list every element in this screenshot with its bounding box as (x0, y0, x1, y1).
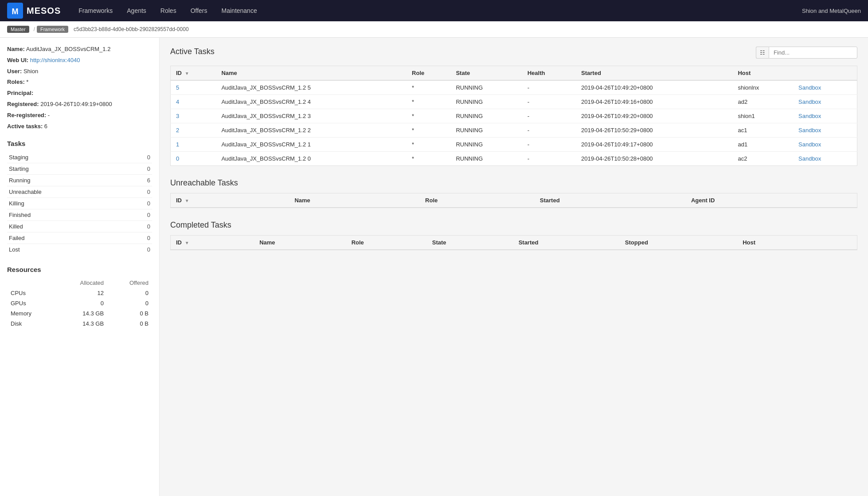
ucol-role: Role (420, 193, 535, 208)
ccol-role: Role (346, 236, 427, 250)
task-count: 0 (147, 165, 150, 172)
task-id[interactable]: 0 (171, 152, 216, 166)
task-state: RUNNING (450, 123, 522, 138)
task-health: - (522, 95, 576, 109)
task-id[interactable]: 2 (171, 123, 216, 138)
filter-bar: ☷ (756, 47, 857, 59)
active-tasks-section: Active Tasks ☷ ID ▼ Name Role State Heal… (170, 47, 857, 166)
task-sandbox[interactable]: Sandbox (793, 95, 857, 109)
task-label: Finished (9, 212, 31, 218)
mesos-logo: M (7, 3, 23, 19)
navbar-brand: M MESOS (7, 3, 61, 19)
task-row: Staging0 (7, 152, 152, 163)
filter-icon[interactable]: ☷ (756, 47, 769, 59)
task-row: Unreachable0 (7, 186, 152, 198)
nav-frameworks[interactable]: Frameworks (71, 0, 120, 21)
task-row: Starting0 (7, 163, 152, 175)
framework-name: Name: AuditJava_JX_BOSSvsCRM_1.2 (7, 45, 152, 54)
breadcrumb-framework-label[interactable]: Framework (37, 26, 68, 33)
task-started: 2019-04-26T10:49:17+0800 (576, 138, 732, 152)
task-started: 2019-04-26T10:50:29+0800 (576, 123, 732, 138)
framework-webui: Web UI: http://shionlnx:4040 (7, 56, 152, 65)
task-label: Starting (9, 165, 29, 172)
col-id: ID ▼ (171, 66, 216, 81)
task-state: RUNNING (450, 138, 522, 152)
task-row: Killing0 (7, 198, 152, 209)
ucol-agentid: Agent ID (686, 193, 857, 208)
nav-roles[interactable]: Roles (153, 0, 184, 21)
task-sandbox[interactable]: Sandbox (793, 80, 857, 95)
resources-section: Resources Allocated Offered CPUs120GPUs0… (7, 266, 152, 329)
task-id[interactable]: 1 (171, 138, 216, 152)
task-host: ad1 (732, 138, 793, 152)
task-state: RUNNING (450, 109, 522, 123)
task-name: AuditJava_JX_BOSSvsCRM_1.2 4 (216, 95, 407, 109)
sidebar: Name: AuditJava_JX_BOSSvsCRM_1.2 Web UI:… (0, 38, 160, 496)
ccol-host: Host (737, 236, 819, 250)
navbar: M MESOS Frameworks Agents Roles Offers M… (0, 0, 868, 21)
task-host: shionlnx (732, 80, 793, 95)
tasks-section: Tasks Staging0Starting0Running6Unreachab… (7, 140, 152, 255)
navbar-nav: Frameworks Agents Roles Offers Maintenan… (71, 0, 802, 21)
active-tasks-value: 6 (44, 123, 47, 130)
unreachable-tasks-section: Unreachable Tasks ID ▼ Name Role Started… (170, 178, 857, 208)
registered-value: 2019-04-26T10:49:19+0800 (40, 101, 112, 107)
resources-title: Resources (7, 266, 152, 273)
framework-principal: Principal: (7, 89, 152, 98)
resource-offered: 0 B (107, 319, 152, 329)
task-health: - (522, 152, 576, 166)
task-health: - (522, 123, 576, 138)
completed-tasks-title: Completed Tasks (170, 220, 857, 230)
task-name: AuditJava_JX_BOSSvsCRM_1.2 2 (216, 123, 407, 138)
col-role: Role (407, 66, 450, 81)
breadcrumb: Master / Framework c5d3bb23-b88d-4d0e-b0… (0, 21, 868, 38)
active-tasks-header-row: ID ▼ Name Role State Health Started Host (171, 66, 857, 81)
unreachable-tasks-header-row: ID ▼ Name Role Started Agent ID (171, 193, 857, 208)
nav-agents[interactable]: Agents (120, 0, 153, 21)
filter-input[interactable] (769, 47, 857, 59)
task-sandbox[interactable]: Sandbox (793, 109, 857, 123)
task-name: AuditJava_JX_BOSSvsCRM_1.2 1 (216, 138, 407, 152)
nav-offers[interactable]: Offers (184, 0, 215, 21)
task-state: RUNNING (450, 152, 522, 166)
active-tasks-title: Active Tasks (170, 47, 215, 56)
task-id[interactable]: 5 (171, 80, 216, 95)
task-started: 2019-04-26T10:49:20+0800 (576, 109, 732, 123)
reregistered-value: - (48, 112, 50, 118)
task-started: 2019-04-26T10:50:28+0800 (576, 152, 732, 166)
col-name: Name (216, 66, 407, 81)
resource-offered: 0 B (107, 308, 152, 319)
task-name: AuditJava_JX_BOSSvsCRM_1.2 3 (216, 109, 407, 123)
active-tasks-table: ID ▼ Name Role State Health Started Host… (170, 66, 857, 166)
app-title: MESOS (27, 6, 61, 16)
task-label: Killed (9, 223, 23, 230)
task-sandbox[interactable]: Sandbox (793, 123, 857, 138)
breadcrumb-master[interactable]: Master (7, 26, 29, 33)
resources-col-label (7, 278, 55, 288)
task-sandbox[interactable]: Sandbox (793, 138, 857, 152)
task-host: ac1 (732, 123, 793, 138)
table-row: 0 AuditJava_JX_BOSSvsCRM_1.2 0 * RUNNING… (171, 152, 857, 166)
table-row: 2 AuditJava_JX_BOSSvsCRM_1.2 2 * RUNNING… (171, 123, 857, 138)
task-role: * (407, 109, 450, 123)
resource-label: CPUs (7, 288, 55, 298)
task-id[interactable]: 3 (171, 109, 216, 123)
task-role: * (407, 123, 450, 138)
resource-offered: 0 (107, 298, 152, 308)
resource-label: Memory (7, 308, 55, 319)
task-role: * (407, 152, 450, 166)
active-tasks-tbody: 5 AuditJava_JX_BOSSvsCRM_1.2 5 * RUNNING… (171, 80, 857, 166)
active-tasks-header: Active Tasks ☷ (170, 47, 857, 62)
resource-label: Disk (7, 319, 55, 329)
table-row: 4 AuditJava_JX_BOSSvsCRM_1.2 4 * RUNNING… (171, 95, 857, 109)
framework-info: Name: AuditJava_JX_BOSSvsCRM_1.2 Web UI:… (7, 45, 152, 131)
framework-roles: Roles: * (7, 78, 152, 87)
nav-maintenance[interactable]: Maintenance (215, 0, 264, 21)
task-sandbox[interactable]: Sandbox (793, 152, 857, 166)
resources-col-allocated: Allocated (55, 278, 107, 288)
webui-link[interactable]: http://shionlnx:4040 (30, 57, 80, 63)
task-label: Killing (9, 200, 24, 207)
task-id[interactable]: 4 (171, 95, 216, 109)
framework-active-tasks: Active tasks: 6 (7, 122, 152, 131)
task-health: - (522, 138, 576, 152)
